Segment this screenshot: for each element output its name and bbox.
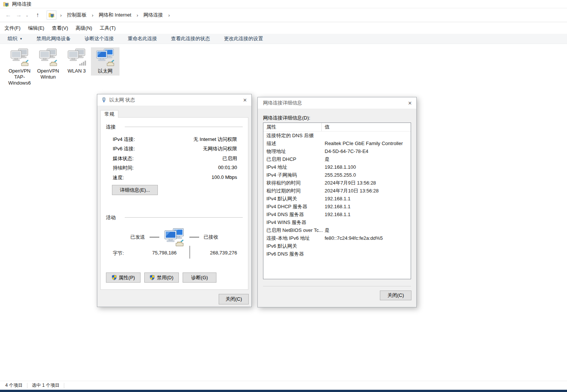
bytes-divider (189, 246, 190, 259)
link-dash (150, 237, 159, 238)
details-list-label: 网络连接详细信息(D): (263, 115, 310, 121)
group-divider (125, 217, 243, 218)
disable-button[interactable]: 禁用(D) (144, 272, 179, 283)
row-value: 2024年7月10日 13:56:28 (322, 188, 411, 194)
table-row[interactable]: IPv4 地址 192.168.1.100 (263, 163, 411, 171)
row-property: IPv4 地址 (263, 164, 322, 171)
connection-item-label: 以太网 (98, 68, 113, 74)
column-value[interactable]: 值 (322, 123, 411, 131)
connection-item-openvpn-wintun[interactable]: OpenVPN Wintun (34, 47, 62, 82)
ipv4-connectivity-label: IPv4 连接: (113, 136, 135, 143)
connection-item-wlan3[interactable]: WLAN 3 (62, 47, 91, 76)
toolbar-disable-device[interactable]: 禁用此网络设备 (36, 35, 71, 42)
table-row[interactable]: IPv4 DNS 服务器 192.168.1.1 (263, 210, 411, 218)
breadcrumb-network-connections[interactable]: 网络连接 (144, 12, 163, 18)
ipv6-connectivity-value: 无网络访问权限 (203, 145, 237, 152)
general-tab-page: 连接 IPv4 连接: 无 Internet 访问权限 IPv6 连接: 无网络… (100, 117, 248, 290)
row-value: 2024年7月9日 13:56:28 (322, 180, 411, 186)
connection-item-ethernet[interactable]: 以太网 (91, 47, 119, 76)
breadcrumb-control-panel[interactable]: 控制面板 (67, 12, 86, 18)
row-property: IPv6 默认网关 (263, 243, 322, 250)
table-row[interactable]: IPv6 DNS 服务器 (263, 250, 411, 258)
row-value: 是 (322, 156, 411, 163)
table-row[interactable]: 描述 Realtek PCIe GbE Family Controller (263, 139, 411, 147)
toolbar-view-connection-status[interactable]: 查看此连接的状态 (171, 35, 210, 42)
menu-edit[interactable]: 编辑(E) (24, 25, 48, 32)
taskbar-edge (0, 390, 567, 392)
ethernet-adapter-disabled-icon (10, 48, 29, 67)
ipv6-connectivity-label: IPv6 连接: (113, 145, 135, 152)
up-icon[interactable]: ↑ (32, 12, 43, 18)
table-row[interactable]: IPv4 默认网关 192.168.1.1 (263, 195, 411, 203)
toolbar-organize[interactable]: 组织 ▼ (8, 35, 23, 42)
bytes-sent-value: 75,798,186 (135, 250, 177, 256)
statusbar-divider (64, 383, 64, 388)
disable-button-label: 禁用(D) (157, 274, 173, 281)
table-row[interactable]: IPv4 子网掩码 255.255.255.0 (263, 171, 411, 179)
forward-icon[interactable]: → (14, 12, 24, 18)
status-row: 持续时间: 00:01:30 (113, 165, 237, 171)
close-icon[interactable]: ✕ (239, 94, 251, 106)
row-property: 描述 (263, 140, 322, 147)
ethernet-adapter-disabled-icon (39, 48, 57, 67)
row-property: 已启用 DHCP (263, 156, 322, 163)
connection-item-openvpn-tap[interactable]: OpenVPN TAP-Windows6 (5, 47, 34, 88)
row-value: fe80::7c24:94fc:fe2a:dd%5 (322, 235, 411, 241)
column-property[interactable]: 属性 (263, 123, 322, 131)
row-property: 已启用 NetBIOS over Tc... (263, 227, 322, 234)
table-row[interactable]: 已启用 NetBIOS over Tc... 是 (263, 226, 411, 234)
network-connections-icon (3, 1, 9, 7)
status-close-button[interactable]: 关闭(C) (219, 294, 249, 304)
bytes-received-value: 268,739,276 (210, 250, 237, 256)
table-row[interactable]: IPv4 WINS 服务器 (263, 218, 411, 226)
toolbar-change-connection-settings[interactable]: 更改此连接的设置 (224, 35, 263, 42)
command-toolbar: 组织 ▼ 禁用此网络设备 诊断这个连接 重命名此连接 查看此连接的状态 更改此连… (0, 34, 567, 44)
connection-item-label: WLAN 3 (68, 68, 86, 74)
diagnose-button[interactable]: 诊断(G) (183, 272, 216, 283)
footer-divider (263, 286, 411, 286)
row-value: 192.168.1.1 (322, 204, 411, 209)
properties-button[interactable]: 属性(P) (106, 272, 141, 283)
table-row[interactable]: 连接特定的 DNS 后缀 (263, 132, 411, 139)
menu-file[interactable]: 文件(F) (1, 25, 24, 32)
table-row[interactable]: 已启用 DHCP 是 (263, 155, 411, 163)
tab-general[interactable]: 常规 (100, 110, 118, 118)
back-icon[interactable]: ← (3, 12, 14, 18)
ethernet-plug-icon (101, 97, 107, 103)
speed-value: 100.0 Mbps (212, 174, 237, 180)
chevron-down-icon: ▼ (20, 37, 23, 41)
details-button[interactable]: 详细信息(E)... (112, 185, 158, 195)
dialog-title: 网络连接详细信息 (263, 100, 302, 106)
menu-advanced[interactable]: 高级(N) (72, 25, 96, 32)
row-value: 是 (322, 227, 411, 234)
row-property: IPv4 WINS 服务器 (263, 219, 322, 226)
computer-activity-icon (164, 228, 185, 246)
connection-item-label: OpenVPN TAP-Windows6 (6, 68, 33, 86)
table-row[interactable]: 连接-本地 IPv6 地址 fe80::7c24:94fc:fe2a:dd%5 (263, 234, 411, 242)
connection-group-label: 连接 (106, 124, 116, 130)
recent-locations-icon[interactable]: ⌄ (24, 13, 30, 17)
table-row[interactable]: 获得租约的时间 2024年7月9日 13:56:28 (263, 179, 411, 187)
details-table: 属性 值 连接特定的 DNS 后缀 描述 Realtek PCIe GbE Fa… (263, 123, 411, 279)
status-row: IPv4 连接: 无 Internet 访问权限 (113, 136, 237, 142)
table-row[interactable]: IPv4 DHCP 服务器 192.168.1.1 (263, 203, 411, 210)
table-row[interactable]: IPv6 默认网关 (263, 242, 411, 250)
row-property: 连接-本地 IPv6 地址 (263, 235, 322, 242)
menu-tools[interactable]: 工具(T) (96, 25, 119, 32)
menu-view[interactable]: 查看(V) (48, 25, 72, 32)
toolbar-rename-connection[interactable]: 重命名此连接 (128, 35, 157, 42)
table-row[interactable]: 租约过期的时间 2024年7月10日 13:56:28 (263, 187, 411, 195)
connection-list: OpenVPN TAP-Windows6 OpenVPN Wintun WLAN… (5, 47, 119, 88)
address-bar-icon-box[interactable] (47, 11, 56, 20)
details-table-header: 属性 值 (263, 123, 411, 132)
items-count: 4 个项目 (5, 382, 23, 389)
sent-label: 已发送 (130, 234, 145, 241)
toolbar-diagnose-connection[interactable]: 诊断这个连接 (85, 35, 114, 42)
details-close-button[interactable]: 关闭(C) (380, 291, 411, 300)
selected-count: 选中 1 个项目 (32, 382, 59, 389)
close-icon[interactable]: ✕ (404, 97, 416, 109)
row-value: 255.255.255.0 (322, 172, 411, 178)
menu-bar: 文件(F) 编辑(E) 查看(V) 高级(N) 工具(T) (0, 22, 567, 34)
table-row[interactable]: 物理地址 D4-5D-64-7C-78-E4 (263, 147, 411, 155)
breadcrumb-network-internet[interactable]: 网络和 Internet (99, 12, 132, 18)
